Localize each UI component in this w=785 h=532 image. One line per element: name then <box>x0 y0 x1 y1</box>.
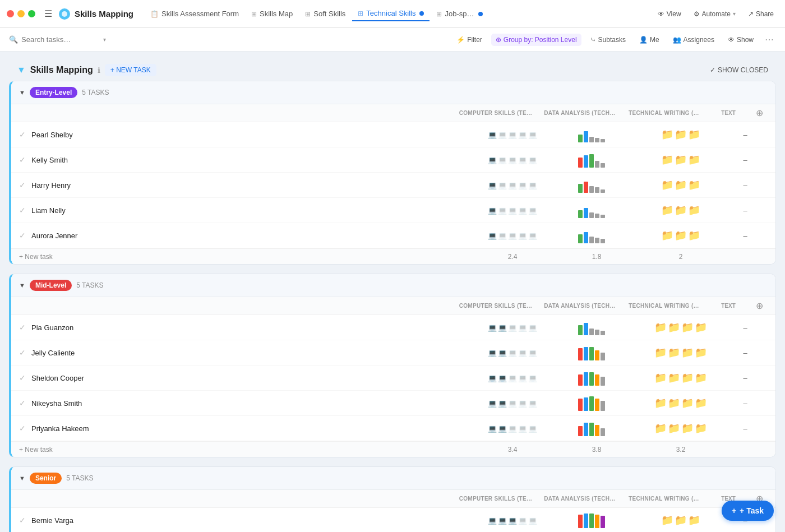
table-row: ✓ Sheldon Cooper 💻💻💻💻💻 📁📁📁📁 <box>11 366 775 391</box>
svg-rect-54 <box>595 515 599 528</box>
svg-rect-49 <box>595 425 599 436</box>
automate-button[interactable]: ⚙ Automate ▾ <box>689 7 740 21</box>
technical-writing-value: 📁📁📁 <box>639 229 723 242</box>
tab-skills-map[interactable]: ⊞ Skills Map <box>246 7 298 21</box>
maximize-window-btn[interactable] <box>28 10 35 17</box>
task-check-icon[interactable]: ✓ <box>19 130 26 139</box>
senior-tasks-count: 5 TASKS <box>66 474 93 482</box>
computer-skills-value: 💻💻💻💻💻 <box>470 424 555 433</box>
dropdown-arrow-icon: ▾ <box>733 11 736 17</box>
task-name[interactable]: Bernie Varga <box>31 516 470 525</box>
task-name[interactable]: Nikeysha Smith <box>31 399 470 408</box>
computer-skills-value: 💻💻💻💻💻 <box>470 374 555 382</box>
text-value: – <box>723 156 768 164</box>
group-senior: ▼ Senior 5 TASKS COMPUTER SKILLS (TE… DA… <box>9 466 776 532</box>
share-button[interactable]: ↗ Share <box>744 7 778 21</box>
close-window-btn[interactable] <box>7 10 14 17</box>
tab-soft-skills[interactable]: ⊞ Soft Skills <box>299 7 351 21</box>
new-task-link[interactable]: + New task <box>19 253 53 261</box>
svg-rect-33 <box>589 347 594 360</box>
active-tab-indicator <box>419 11 424 16</box>
new-task-header-button[interactable]: + NEW TASK <box>105 64 156 76</box>
svg-rect-41 <box>578 399 583 411</box>
mid-level-tasks: ✓ Pia Guanzon 💻💻💻💻💻 📁📁📁📁 <box>11 315 775 441</box>
svg-rect-22 <box>584 232 588 243</box>
task-name[interactable]: Sheldon Cooper <box>31 374 470 382</box>
show-button[interactable]: 👁 Show <box>723 34 758 46</box>
task-check-icon[interactable]: ✓ <box>19 155 26 164</box>
computer-skills-header: COMPUTER SKILLS (TE… <box>454 496 538 502</box>
search-dropdown-icon[interactable]: ▾ <box>103 36 106 43</box>
task-check-icon[interactable]: ✓ <box>19 206 26 215</box>
text-value: – <box>723 349 768 357</box>
svg-rect-27 <box>584 323 588 335</box>
subtasks-button[interactable]: ⤷ Subtasks <box>586 34 630 46</box>
tab-icon: ⊞ <box>305 10 311 18</box>
entry-level-badge: Entry-Level <box>30 87 77 98</box>
computer-skills-value: 💻💻💻💻💻 <box>470 349 555 357</box>
table-row: ✓ Priyanka Hakeem 💻💻💻💻💻 📁📁📁📁 <box>11 416 775 441</box>
task-name[interactable]: Kelly Smith <box>31 156 470 164</box>
view-button[interactable]: 👁 View <box>653 7 686 21</box>
me-button[interactable]: 👤 Me <box>635 34 664 46</box>
svg-rect-55 <box>601 516 605 528</box>
add-col-icon[interactable]: ⊕ <box>751 108 768 118</box>
collapse-entry-level-icon[interactable]: ▼ <box>19 89 25 96</box>
svg-rect-36 <box>578 374 583 386</box>
data-analysis-header: DATA ANALYSIS (TECH… <box>538 303 622 309</box>
tab-job-sp[interactable]: ⊞ Job-sp… <box>431 7 488 21</box>
task-name[interactable]: Jelly Caliente <box>31 349 470 357</box>
task-name[interactable]: Pearl Shelby <box>31 131 470 139</box>
table-row: ✓ Kelly Smith 💻💻💻💻💻 📁📁📁 <box>11 147 775 173</box>
task-check-icon[interactable]: ✓ <box>19 424 26 433</box>
computer-skills-value: 💻💻💻💻💻 <box>470 399 555 408</box>
svg-rect-37 <box>584 372 588 386</box>
entry-level-tasks-count: 5 TASKS <box>82 89 109 96</box>
add-task-button[interactable]: + + Task <box>722 501 774 521</box>
task-check-icon[interactable]: ✓ <box>19 516 26 525</box>
mid-data-avg: 3.8 <box>555 446 639 454</box>
tab-skills-assessment-form[interactable]: 📋 Skills Assessment Form <box>145 7 244 21</box>
add-col-icon[interactable]: ⊕ <box>751 300 768 311</box>
svg-rect-14 <box>595 187 599 193</box>
search-input[interactable] <box>21 35 100 44</box>
collapse-senior-icon[interactable]: ▼ <box>19 475 25 482</box>
task-name[interactable]: Priyanka Hakeem <box>31 424 470 433</box>
checkmark-icon: ✓ <box>710 66 715 74</box>
more-options-icon[interactable]: ⋯ <box>763 32 776 47</box>
tab-technical-skills[interactable]: ⊞ Technical Skills <box>352 6 430 21</box>
task-name[interactable]: Pia Guanzon <box>31 323 470 332</box>
entry-computer-avg: 2.4 <box>470 253 555 261</box>
filter-button[interactable]: ⚡ Filter <box>452 34 487 46</box>
computer-skills-value: 💻💻💻💻💻 <box>470 156 555 164</box>
collapse-mid-level-icon[interactable]: ▼ <box>19 282 25 289</box>
task-name[interactable]: Harry Henry <box>31 181 470 189</box>
table-row: ✓ Pearl Shelby 💻💻💻💻💻 📁📁📁 <box>11 122 775 147</box>
task-check-icon[interactable]: ✓ <box>19 348 26 357</box>
group-by-button[interactable]: ⊕ Group by: Position Level <box>491 34 581 46</box>
svg-rect-46 <box>578 426 583 436</box>
task-check-icon[interactable]: ✓ <box>19 231 26 240</box>
task-check-icon[interactable]: ✓ <box>19 181 26 189</box>
computer-skills-value: 💻💻💻💻💻 <box>470 131 555 139</box>
menu-icon[interactable]: ☰ <box>44 8 52 19</box>
table-row: ✓ Liam Nelly 💻💻💻💻💻 📁📁📁 <box>11 198 775 223</box>
task-name[interactable]: Liam Nelly <box>31 206 470 215</box>
task-check-icon[interactable]: ✓ <box>19 399 26 408</box>
group-mid-level: ▼ Mid-Level 5 TASKS COMPUTER SKILLS (TE…… <box>9 274 776 457</box>
collapse-all-icon[interactable]: ▼ <box>17 65 26 75</box>
text-value: – <box>723 206 768 215</box>
show-closed-button[interactable]: ✓ SHOW CLOSED <box>710 66 768 74</box>
technical-writing-value: 📁📁📁 <box>639 514 723 526</box>
task-check-icon[interactable]: ✓ <box>19 373 26 382</box>
new-task-link[interactable]: + New task <box>19 446 53 454</box>
tab-icon: 📋 <box>150 10 159 18</box>
table-row: ✓ Harry Henry 💻💻💻💻💻 📁📁📁 <box>11 173 775 198</box>
svg-rect-1 <box>578 135 583 142</box>
data-analysis-value <box>555 395 639 411</box>
svg-rect-43 <box>589 396 594 411</box>
minimize-window-btn[interactable] <box>17 10 25 17</box>
task-check-icon[interactable]: ✓ <box>19 323 26 332</box>
task-name[interactable]: Aurora Jenner <box>31 232 470 240</box>
assignees-button[interactable]: 👥 Assignees <box>668 34 719 46</box>
